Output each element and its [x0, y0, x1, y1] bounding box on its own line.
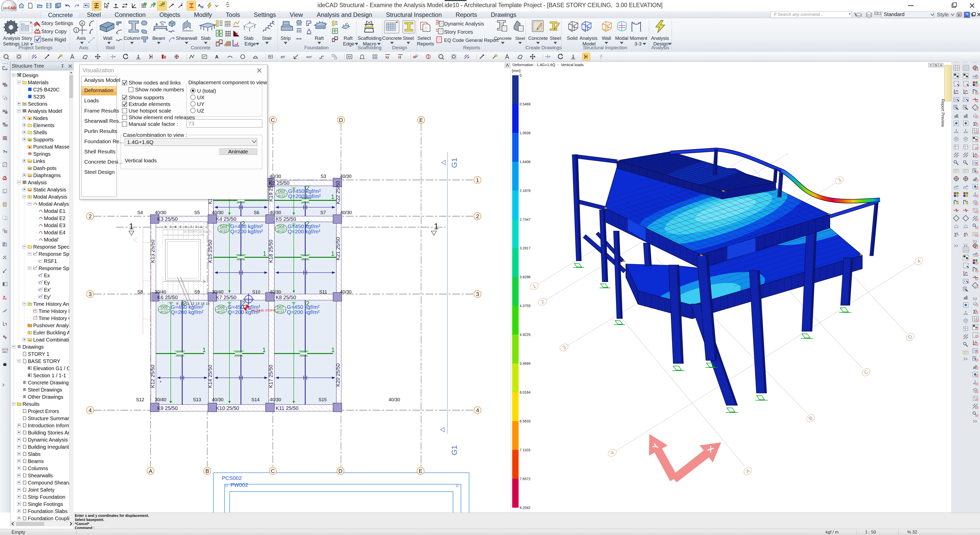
svg-text:Steel: Steel: [403, 35, 414, 41]
svg-text:Stair: Stair: [262, 35, 272, 41]
svg-text:5.4694: 5.4694: [520, 361, 531, 366]
svg-text:S11: S11: [319, 290, 327, 295]
svg-text:6.5633: 6.5633: [520, 419, 531, 423]
svg-text:CAD: CAD: [8, 6, 16, 10]
svg-text:d=12: d=12: [160, 310, 168, 314]
svg-text:Time History Fu: Time History Fu: [38, 308, 69, 314]
svg-text:E: E: [419, 117, 423, 123]
svg-text:Q=200 kgf/m²: Q=200 kgf/m²: [288, 228, 320, 234]
svg-text:40/30: 40/30: [340, 290, 352, 295]
svg-text:Building Stories Anc: Building Stories Anc: [28, 430, 69, 435]
svg-text:d=12: d=12: [220, 229, 227, 233]
svg-text:1.6408: 1.6408: [520, 160, 531, 164]
svg-text:Shell Results: Shell Results: [84, 148, 116, 154]
svg-text:Y: Y: [930, 64, 932, 67]
svg-text:S6: S6: [254, 210, 259, 215]
svg-text:3.8286: 3.8286: [520, 275, 531, 279]
svg-text:D04: D04: [277, 225, 285, 229]
svg-text:Shells: Shells: [33, 130, 47, 135]
svg-text:3: 3: [476, 291, 479, 297]
svg-text:d=12: d=12: [217, 310, 224, 314]
svg-text:m²: m²: [281, 55, 285, 59]
svg-text:K6 25/50: K6 25/50: [157, 295, 178, 300]
svg-text:Concrete Drawing: Concrete Drawing: [28, 380, 68, 385]
svg-text:1: 1: [331, 250, 334, 257]
svg-text:S12: S12: [136, 397, 144, 402]
svg-text:Story Settings: Story Settings: [41, 21, 73, 26]
svg-text:0: 0: [520, 73, 522, 77]
svg-text:Results: Results: [22, 401, 40, 407]
svg-text:?«: ?«: [3, 149, 7, 154]
svg-text:Q=200 kgf/m²: Q=200 kgf/m²: [287, 309, 320, 315]
svg-text:Steel: Steel: [550, 35, 561, 41]
svg-text:Pushover Analysis: Pushover Analysis: [33, 323, 69, 328]
svg-text:40/30: 40/30: [269, 174, 281, 179]
svg-text:40/30: 40/30: [388, 397, 400, 402]
svg-text:Modal: Modal: [615, 35, 628, 41]
svg-text:Modal E2: Modal E2: [44, 215, 65, 221]
svg-text:Time History Ca: Time History Ca: [38, 315, 69, 321]
svg-text:K3 25/50: K3 25/50: [157, 216, 178, 222]
svg-text:[mm]: [mm]: [512, 68, 520, 73]
svg-text:73: 73: [188, 121, 194, 126]
svg-text:MC(BASE STORY): MC(BASE STORY): [251, 309, 275, 312]
svg-text:Select: Select: [417, 35, 431, 41]
svg-text:Section 1 / 1-1: Section 1 / 1-1: [33, 373, 66, 378]
svg-text:Dynamic Analysis: Dynamic Analysis: [444, 21, 484, 27]
svg-text:Steel Design: Steel Design: [84, 169, 115, 175]
svg-text:Show nodes and links: Show nodes and links: [129, 80, 181, 86]
svg-text:K5 25/50: K5 25/50: [275, 216, 296, 222]
svg-text:3.2817: 3.2817: [520, 246, 531, 250]
svg-text:d=12: d=12: [278, 194, 285, 198]
svg-text:Raft: Raft: [315, 35, 324, 41]
svg-text:1: 1: [75, 28, 77, 32]
svg-text:K7 25/50: K7 25/50: [216, 295, 236, 300]
svg-text:Use hotspot scale: Use hotspot scale: [129, 108, 171, 114]
svg-text:z: z: [398, 55, 400, 59]
svg-text:Purlin Results: Purlin Results: [84, 128, 118, 134]
svg-text:Response Spectru: Response Spectru: [33, 244, 69, 250]
svg-text:2: 2: [195, 225, 197, 229]
svg-text:Elevation G1 / C: Elevation G1 / C: [33, 366, 69, 371]
svg-text:Scaffolding: Scaffolding: [358, 35, 382, 41]
svg-text:?: ?: [966, 13, 968, 18]
svg-text:UZ: UZ: [197, 108, 204, 114]
svg-text:Solid: Solid: [567, 35, 578, 41]
svg-text:Design: Design: [22, 73, 38, 78]
svg-text:Wall: Wall: [103, 35, 112, 41]
svg-text:Frame Results: Frame Results: [84, 108, 119, 114]
svg-text:40/30: 40/30: [212, 397, 223, 402]
svg-text:U (total): U (total): [197, 88, 216, 94]
svg-text:Story: Story: [21, 36, 32, 41]
svg-text:Steel: Steel: [515, 36, 525, 41]
svg-text:N: N: [935, 64, 937, 67]
svg-text:Q=200 kgf/m²: Q=200 kgf/m²: [230, 228, 263, 234]
svg-text:Shearwall: Shearwall: [176, 35, 197, 41]
svg-text:∑: ∑: [973, 121, 976, 126]
svg-text:Building Irregularitie: Building Irregularitie: [28, 444, 69, 450]
svg-text:2.7347: 2.7347: [520, 218, 531, 221]
svg-text:Response Spec: Response Spec: [38, 251, 69, 257]
svg-text:Foundation Re...: Foundation Re...: [84, 139, 124, 144]
svg-text:Drawings: Drawings: [22, 344, 44, 350]
svg-text:Concrete: Concrete: [494, 36, 512, 41]
svg-text:Analysis: Analysis: [579, 35, 598, 41]
svg-text:d=12: d=12: [277, 310, 284, 314]
svg-text:K13 25/50: K13 25/50: [150, 240, 156, 263]
svg-text:K18 25/50: K18 25/50: [268, 240, 274, 263]
svg-text:K20 25/50: K20 25/50: [335, 363, 341, 387]
svg-text:Vertical loads: Vertical loads: [125, 158, 157, 163]
svg-text:Slabs: Slabs: [28, 451, 41, 457]
svg-text:Introduction Inform: Introduction Inform: [28, 423, 69, 428]
svg-text:S8: S8: [137, 290, 143, 295]
svg-text:Beams: Beams: [28, 459, 44, 464]
svg-text:D: D: [339, 117, 343, 123]
svg-text:Steel Drawings: Steel Drawings: [28, 387, 62, 393]
svg-text:Static Analysis: Static Analysis: [33, 187, 66, 193]
svg-text:8.2042: 8.2042: [520, 506, 531, 510]
svg-text:Story Copy: Story Copy: [41, 29, 67, 34]
svg-text:Dynamic Analysis: Dynamic Analysis: [28, 437, 68, 443]
svg-text:Load Combinatio: Load Combinatio: [33, 337, 69, 342]
svg-text:Sections: Sections: [28, 101, 48, 107]
svg-text:4.3755: 4.3755: [520, 304, 531, 308]
